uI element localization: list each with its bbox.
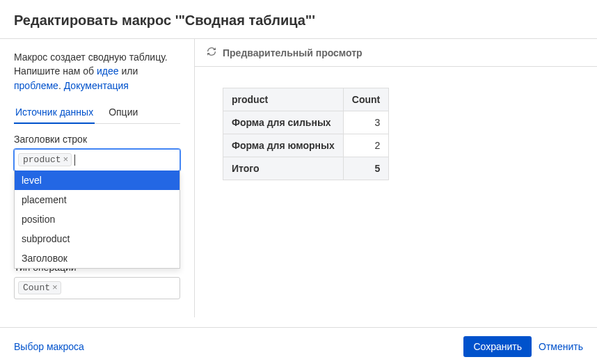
tag-label: product: [23, 155, 61, 165]
preview-body: product Count Форма для сильных 3 Форма …: [195, 67, 597, 317]
preview-title: Предварительный просмотр: [223, 47, 363, 58]
dropdown-item-placement[interactable]: placement: [15, 190, 180, 209]
col-count: Count: [343, 88, 388, 111]
tabs: Источник данных Опции: [14, 102, 180, 124]
refresh-icon[interactable]: [206, 46, 217, 59]
preview-panel: Предварительный просмотр product Count Ф…: [195, 39, 597, 317]
row-value: 3: [343, 111, 388, 134]
intro-part1: Макрос создает сводную таблицу. Напишите…: [14, 52, 168, 77]
col-product: product: [223, 88, 344, 111]
tag-remove-icon[interactable]: ×: [63, 155, 69, 165]
row-headers-dropdown: level placement position subproduct Заго…: [14, 171, 180, 269]
intro-text: Макрос создает сводную таблицу. Напишите…: [14, 50, 180, 93]
documentation-link[interactable]: Документация: [64, 80, 129, 91]
row-label: Форма для юморных: [223, 134, 344, 157]
total-label: Итого: [223, 157, 344, 180]
row-headers-input[interactable]: product × level placement position subpr…: [14, 149, 180, 171]
problem-link[interactable]: проблеме: [14, 80, 58, 91]
row-headers-label: Заголовки строк: [14, 134, 180, 145]
text-cursor: [74, 155, 75, 166]
dialog-footer: Выбор макроса Сохранить Отменить: [0, 327, 597, 364]
table-total-row: Итого 5: [223, 157, 389, 180]
dropdown-item-subproduct[interactable]: subproduct: [15, 229, 180, 248]
cancel-button[interactable]: Отменить: [539, 341, 583, 352]
settings-panel: Макрос создает сводную таблицу. Напишите…: [0, 39, 195, 317]
dropdown-item-position[interactable]: position: [15, 209, 180, 229]
tab-options[interactable]: Опции: [107, 102, 139, 123]
tab-data-source[interactable]: Источник данных: [14, 102, 95, 123]
table-row: Форма для юморных 2: [223, 134, 389, 157]
total-value: 5: [343, 157, 388, 180]
row-label: Форма для сильных: [223, 111, 344, 134]
save-button[interactable]: Сохранить: [463, 336, 532, 357]
row-headers-field: Заголовки строк product × level placemen…: [14, 134, 180, 171]
preview-header: Предварительный просмотр: [195, 39, 597, 67]
idea-link[interactable]: идее: [97, 65, 119, 77]
tag-remove-icon[interactable]: ×: [52, 283, 58, 293]
intro-part3: .: [58, 80, 64, 91]
dialog-body: Макрос создает сводную таблицу. Напишите…: [0, 39, 597, 317]
row-value: 2: [343, 134, 388, 157]
preview-table: product Count Форма для сильных 3 Форма …: [223, 88, 389, 180]
intro-part2: или: [119, 65, 138, 77]
dropdown-item-header[interactable]: Заголовок: [15, 248, 180, 268]
dialog-header: Редактировать макрос '"Сводная таблица"': [0, 0, 597, 39]
dropdown-item-level[interactable]: level: [15, 171, 180, 190]
table-row: Форма для сильных 3: [223, 111, 389, 134]
select-macro-link[interactable]: Выбор макроса: [14, 341, 84, 352]
tag-count: Count ×: [18, 281, 61, 294]
tag-label: Count: [23, 283, 50, 293]
dialog-title: Редактировать макрос '"Сводная таблица"': [14, 13, 583, 29]
operation-type-input[interactable]: Count ×: [14, 277, 180, 299]
tag-product: product ×: [18, 153, 72, 166]
table-header-row: product Count: [223, 88, 389, 111]
footer-actions: Сохранить Отменить: [463, 336, 583, 357]
